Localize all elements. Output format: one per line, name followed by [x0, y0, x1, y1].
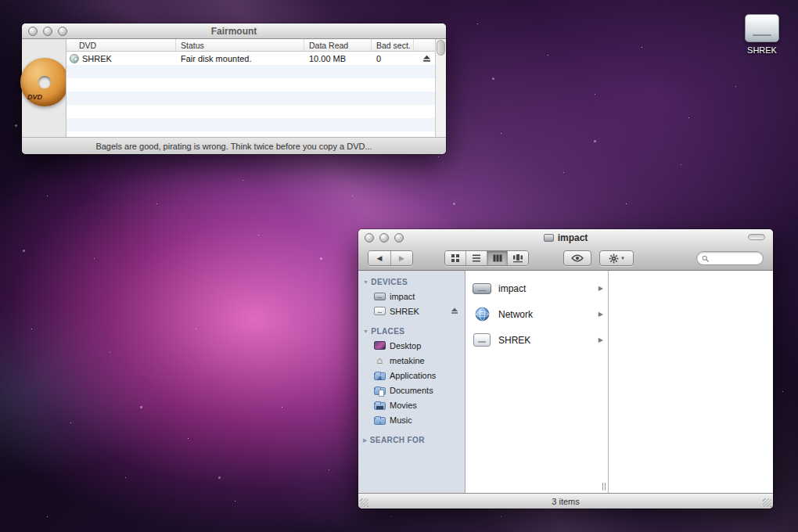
item-label: SHREK — [498, 335, 592, 346]
resize-grip-left[interactable] — [360, 498, 368, 507]
cell-eject — [414, 52, 435, 65]
table-row[interactable]: SHREK Fair disk mounted. 10.00 MB 0 — [66, 52, 435, 65]
window-title-group: impact — [544, 232, 588, 243]
search-field[interactable] — [696, 251, 764, 265]
view-mode-control — [444, 250, 529, 266]
toolbar-toggle-button[interactable] — [748, 234, 765, 240]
column-header-dvd[interactable]: DVD — [66, 39, 176, 51]
column-resize-handle[interactable] — [602, 483, 606, 491]
chevron-right-icon: ▶ — [598, 336, 603, 343]
icon-view-button[interactable] — [445, 251, 466, 265]
sidebar-item-music[interactable]: ♪ Music — [358, 412, 465, 427]
disclosure-triangle-icon[interactable]: ▼ — [363, 329, 368, 334]
sidebar-item-impact[interactable]: impact — [358, 289, 465, 304]
cell-bad-sect: 0 — [372, 52, 414, 65]
column-item-impact[interactable]: impact ▶ — [466, 275, 608, 301]
fairmount-titlebar[interactable]: Fairmount — [22, 23, 446, 39]
navigation-control: ◀ ▶ — [368, 250, 413, 266]
forward-button[interactable]: ▶ — [390, 251, 412, 265]
scrollbar-thumb[interactable] — [437, 40, 445, 56]
dvd-table-inner: DVD Status Data Read Bad sect. SHREK Fai… — [66, 39, 435, 137]
eject-icon — [451, 307, 458, 315]
music-note-glyph: ♪ — [375, 419, 385, 426]
sidebar-item-label: SHREK — [390, 307, 419, 316]
dvd-name: SHREK — [82, 54, 112, 63]
quicklook-button[interactable] — [563, 250, 591, 266]
search-icon — [702, 254, 709, 263]
home-icon: ⌂ — [374, 356, 386, 365]
column-header-bad-sect[interactable]: Bad sect. — [372, 39, 414, 51]
column-header-eject — [414, 39, 435, 51]
desktop-icon — [374, 341, 386, 350]
minimize-button[interactable] — [379, 233, 389, 243]
scrollbar[interactable] — [435, 39, 446, 137]
minimize-button[interactable] — [43, 27, 52, 36]
sidebar-item-label: Desktop — [390, 341, 421, 350]
window-title: Fairmount — [211, 26, 257, 37]
sidebar-section-search-for[interactable]: ▶ SEARCH FOR — [358, 433, 465, 447]
table-header-row: DVD Status Data Read Bad sect. — [66, 39, 435, 52]
status-text: 3 items — [552, 497, 579, 506]
movies-folder-icon — [374, 402, 386, 410]
sidebar-item-movies[interactable]: Movies — [358, 397, 465, 412]
coverflow-view-button[interactable] — [507, 251, 528, 265]
column-view-button[interactable] — [487, 251, 508, 265]
sidebar-item-home[interactable]: ⌂ metakine — [358, 353, 465, 368]
zoom-button[interactable] — [394, 233, 404, 243]
finder-titlebar[interactable]: impact — [358, 229, 773, 246]
finder-window: impact ◀ ▶ — [358, 229, 773, 509]
finder-statusbar: 3 items — [358, 493, 773, 509]
window-title: impact — [558, 232, 588, 243]
sidebar-item-label: Documents — [390, 386, 433, 395]
internal-disk-icon — [374, 293, 386, 300]
dvd-table: DVD Status Data Read Bad sect. SHREK Fai… — [66, 39, 446, 137]
sidebar-section-places[interactable]: ▼ PLACES — [358, 325, 465, 338]
chevron-right-icon: ▶ — [598, 285, 603, 292]
desktop-icon-label: SHREK — [747, 45, 777, 55]
network-globe-icon — [472, 305, 492, 324]
sidebar-section-devices[interactable]: ▼ DEVICES — [358, 275, 465, 289]
browser-column-2 — [609, 271, 773, 493]
internal-disk-icon — [472, 279, 492, 298]
finder-sidebar: ▼ DEVICES impact SHREK — [358, 271, 466, 493]
bagel-dvd-icon: DVD — [20, 58, 69, 106]
window-controls — [365, 229, 404, 246]
section-label: DEVICES — [371, 278, 408, 286]
icon-view-icon — [451, 253, 460, 263]
disc-icon — [70, 54, 79, 63]
back-icon: ◀ — [377, 254, 383, 262]
column-header-data-read[interactable]: Data Read — [304, 39, 372, 51]
sidebar-item-applications[interactable]: A Applications — [358, 368, 465, 383]
search-input[interactable] — [712, 253, 758, 263]
window-controls — [28, 23, 67, 38]
cell-status: Fair disk mounted. — [176, 52, 304, 65]
applications-folder-icon: A — [374, 372, 386, 380]
back-button[interactable]: ◀ — [368, 251, 390, 265]
desktop-icon-shrek[interactable]: SHREK — [734, 14, 790, 55]
action-menu-button[interactable]: ▾ — [599, 250, 634, 266]
close-button[interactable] — [365, 233, 374, 243]
sidebar-item-documents[interactable]: Documents — [358, 383, 465, 397]
fairmount-icon-column: DVD — [22, 39, 66, 137]
section-label: PLACES — [371, 327, 404, 336]
list-view-icon — [472, 253, 481, 263]
eject-icon — [422, 54, 431, 63]
zoom-button[interactable] — [58, 27, 67, 36]
sidebar-item-shrek[interactable]: SHREK — [358, 304, 465, 318]
column-item-shrek[interactable]: SHREK ▶ — [466, 327, 608, 353]
eye-icon — [571, 254, 584, 262]
close-button[interactable] — [28, 27, 38, 36]
sidebar-item-label: impact — [390, 292, 415, 301]
disclosure-triangle-icon[interactable]: ▼ — [363, 279, 368, 285]
column-item-network[interactable]: Network ▶ — [466, 301, 608, 327]
sidebar-item-desktop[interactable]: Desktop — [358, 338, 465, 353]
coverflow-view-icon — [512, 253, 523, 263]
eject-button[interactable] — [419, 52, 435, 65]
list-view-button[interactable] — [466, 251, 487, 265]
eject-button[interactable] — [451, 307, 458, 316]
disclosure-triangle-icon[interactable]: ▶ — [363, 437, 368, 444]
column-header-status[interactable]: Status — [176, 39, 304, 51]
dvd-logo-text: DVD — [27, 93, 42, 101]
browser-column-1: impact ▶ — [466, 271, 609, 493]
resize-grip-right[interactable] — [763, 498, 771, 507]
